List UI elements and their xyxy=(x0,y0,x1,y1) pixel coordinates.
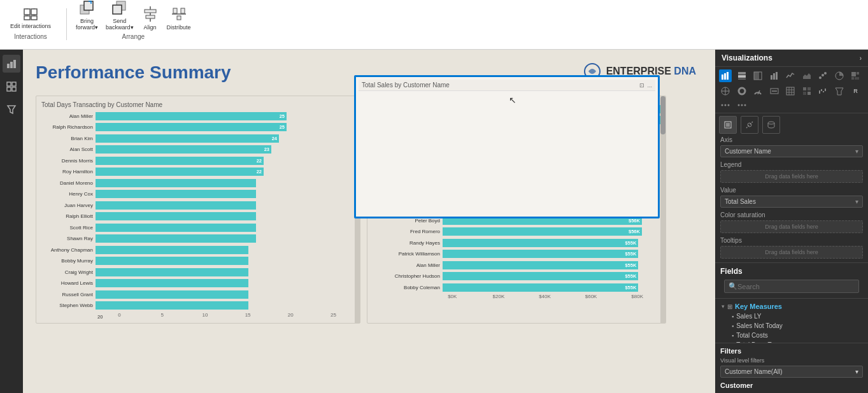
tooltips-drag-area[interactable]: Drag data fields here xyxy=(720,246,863,259)
svg-rect-0 xyxy=(24,9,30,15)
svg-rect-37 xyxy=(773,73,775,80)
viz-icon-100-bar[interactable] xyxy=(751,69,764,82)
svg-point-40 xyxy=(819,76,822,79)
key-measures-label: Key Measures xyxy=(735,303,782,310)
color-saturation-drag-area[interactable]: Drag data fields here xyxy=(720,220,863,233)
overlay-chart[interactable]: Total Sales by Customer Name ⊡ ... ↖ xyxy=(354,75,660,218)
svg-rect-17 xyxy=(181,8,185,13)
send-backward-button[interactable]: Sendbackward▾ xyxy=(103,0,136,32)
distribute-button[interactable]: Distribute xyxy=(164,4,194,32)
viz-icon-funnel[interactable] xyxy=(833,85,846,97)
legend-drag-area[interactable]: Drag data fields here xyxy=(720,170,863,183)
field-sales-ly[interactable]: ▪ Sales LY xyxy=(719,311,864,321)
customer-header: Customer xyxy=(720,382,863,389)
bar-row: Craig Wright 20 xyxy=(41,267,355,277)
viz-icon-line[interactable] xyxy=(784,69,797,82)
bar-track: 22 xyxy=(96,168,355,176)
svg-rect-23 xyxy=(12,82,16,86)
search-input[interactable] xyxy=(737,283,855,290)
svg-rect-2 xyxy=(24,16,30,20)
bar-label: Dennis Morris xyxy=(41,158,96,164)
svg-marker-68 xyxy=(836,88,843,95)
viz-icon-donut[interactable] xyxy=(736,85,748,97)
field-group-key-measures: ▾ ⊞ Key Measures ▪ Sales LY ▪ Sales Not … xyxy=(719,301,864,343)
viz-icon-bar[interactable] xyxy=(719,69,732,82)
value-box[interactable]: Total Sales ▾ xyxy=(720,196,863,208)
filter-expand-icon[interactable]: ▾ xyxy=(855,368,858,375)
field-total-costs[interactable]: ▪ Total Costs xyxy=(719,331,864,340)
value-label: Value xyxy=(720,187,863,194)
edit-interactions-button[interactable]: Edit interactions xyxy=(6,1,55,32)
nav-icon-filter[interactable] xyxy=(3,101,20,118)
bar-row: Juan Harvey 21 xyxy=(41,200,355,210)
viz-icon-card[interactable] xyxy=(768,85,781,97)
bar-row: Alan Scott 23 xyxy=(41,145,355,155)
left-chart[interactable]: Total Days Transacting by Customer Name … xyxy=(36,96,360,324)
svg-rect-64 xyxy=(819,90,820,94)
bar-track: 20 xyxy=(96,301,355,310)
align-button[interactable]: Align xyxy=(139,4,162,32)
viz-icon-column[interactable] xyxy=(768,69,781,82)
viz-analytics-icon[interactable] xyxy=(741,116,758,134)
svg-rect-29 xyxy=(724,73,726,80)
viz-icon-area[interactable] xyxy=(800,69,813,82)
viz-icon-treemap[interactable] xyxy=(849,69,862,82)
viz-icon-map[interactable] xyxy=(719,85,732,97)
overlay-more-icon[interactable]: ... xyxy=(647,82,652,89)
viz-icon-table[interactable] xyxy=(784,85,797,97)
viz-icon-stacked-bar[interactable] xyxy=(736,69,748,82)
bar-track: $55K xyxy=(443,239,660,247)
field-sales-not-today[interactable]: ▪ Sales Not Today xyxy=(719,321,864,331)
filters-label: Filters xyxy=(720,347,863,355)
svg-rect-65 xyxy=(821,89,822,91)
bar-value: 24 xyxy=(272,136,277,141)
svg-rect-9 xyxy=(84,1,93,10)
svg-rect-11 xyxy=(113,5,122,14)
value-dropdown-icon[interactable]: ▾ xyxy=(855,198,858,205)
viz-format-icon[interactable] xyxy=(719,116,737,134)
viz-icon-matrix[interactable] xyxy=(800,85,813,97)
bar-track: 20 xyxy=(96,279,355,287)
bar-value-outside: 20 xyxy=(97,314,103,320)
bar-fill xyxy=(96,290,248,299)
search-icon: 🔍 xyxy=(729,282,737,290)
svg-rect-25 xyxy=(12,87,16,91)
viz-icon-more1[interactable] xyxy=(719,99,732,111)
viz-icon-r-visual[interactable]: R xyxy=(849,85,862,97)
svg-rect-61 xyxy=(808,87,811,90)
scroll-thumb-right[interactable] xyxy=(660,96,665,134)
bring-forward-button[interactable]: Bringforward▾ xyxy=(73,0,101,32)
viz-icon-more2[interactable] xyxy=(736,99,748,111)
axis-value-box[interactable]: Customer Name ▾ xyxy=(720,145,863,157)
bar-fill xyxy=(96,257,248,265)
bar-fill xyxy=(96,190,256,198)
viz-icon-scatter[interactable] xyxy=(816,69,829,82)
fields-panel-header: Fields 🔍 xyxy=(715,263,868,299)
bar-row: Ralph Richardson 25 xyxy=(41,122,355,132)
bar-label: Bobby Murray xyxy=(41,258,96,264)
nav-icon-bar-chart[interactable] xyxy=(3,55,20,73)
bar-label: Russell Grant xyxy=(41,292,96,297)
svg-point-41 xyxy=(822,74,824,76)
bar-row: Russell Grant 20 xyxy=(41,289,355,299)
bar-row: Roy Hamilton 22 xyxy=(41,167,355,177)
viz-icon-pie[interactable] xyxy=(833,69,846,82)
bar-fill: 22 xyxy=(96,168,264,176)
right-chart-scrollbar[interactable] xyxy=(660,96,665,323)
svg-marker-26 xyxy=(8,106,15,113)
overlay-focus-icon[interactable]: ⊡ xyxy=(639,82,644,89)
axis-dropdown-icon[interactable]: ▾ xyxy=(855,148,858,155)
filter-customer-name[interactable]: Customer Name(All) ▾ xyxy=(720,366,863,378)
viz-icon-gauge[interactable] xyxy=(751,85,764,97)
svg-rect-66 xyxy=(823,91,824,92)
search-box[interactable]: 🔍 xyxy=(724,280,859,293)
svg-point-70 xyxy=(725,104,727,106)
field-group-header-key-measures[interactable]: ▾ ⊞ Key Measures xyxy=(719,301,864,311)
viz-icon-waterfall[interactable] xyxy=(816,85,829,97)
nav-icon-grid[interactable] xyxy=(3,78,20,96)
viz-data-icon[interactable] xyxy=(762,116,780,134)
svg-rect-76 xyxy=(726,123,730,127)
overlay-title: Total Sales by Customer Name xyxy=(362,82,450,89)
visualizations-chevron[interactable]: › xyxy=(860,55,862,62)
bar-row: Dennis Morris 22 xyxy=(41,155,355,166)
